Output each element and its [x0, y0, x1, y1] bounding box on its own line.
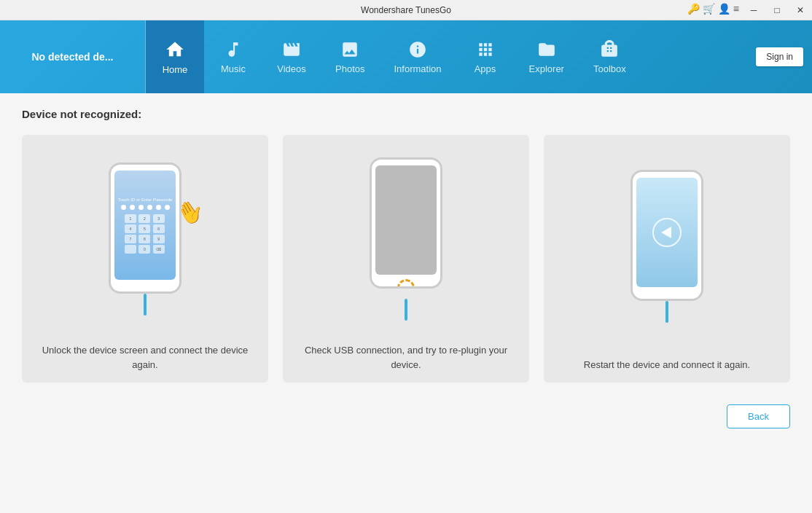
phone-2-body	[370, 157, 442, 289]
key-empty	[125, 245, 136, 254]
key-2: 2	[138, 214, 150, 223]
window-controls: ─ □ ✕	[742, 0, 812, 20]
tab-apps[interactable]: Apps	[456, 20, 515, 93]
toolbar: No detected de... Home Music Videos Phot…	[0, 20, 812, 93]
phone-1-wrap: Touch ID or Enter Passcode 1	[109, 162, 181, 316]
music-icon	[224, 40, 243, 59]
explorer-icon	[537, 40, 556, 59]
phone-2-screen	[375, 165, 437, 275]
close-button[interactable]: ✕	[789, 0, 812, 20]
menu-icon[interactable]: ≡	[733, 3, 739, 15]
step-card-2: Check USB connection, and try to re-plug…	[283, 135, 529, 383]
apps-icon	[476, 40, 495, 59]
tab-music[interactable]: Music	[204, 20, 262, 93]
sign-in-button[interactable]: Sign in	[756, 47, 803, 66]
tab-information-label: Information	[394, 63, 441, 74]
usb-cable-3	[665, 301, 668, 323]
phone-1-screen: Touch ID or Enter Passcode 1	[114, 171, 176, 280]
photos-icon	[340, 40, 359, 59]
tab-home[interactable]: Home	[146, 20, 204, 93]
step-card-3: Restart the device and connect it again.	[544, 135, 790, 383]
step-2-text: Check USB connection, and try to re-plug…	[294, 343, 518, 372]
phone-1-body: Touch ID or Enter Passcode 1	[109, 162, 181, 294]
step-3-text: Restart the device and connect it again.	[584, 358, 750, 372]
step-1-illustration: Touch ID or Enter Passcode 1	[33, 146, 257, 332]
unlock-text: Touch ID or Enter Passcode	[118, 197, 173, 202]
steps-container: Touch ID or Enter Passcode 1	[22, 135, 790, 383]
play-circle	[652, 218, 682, 247]
pin-star-2	[130, 205, 135, 210]
pin-star-4	[147, 205, 152, 210]
key-9: 9	[153, 235, 165, 243]
key-5: 5	[138, 224, 150, 233]
phone-3-screen	[636, 178, 698, 287]
tab-apps-label: Apps	[475, 63, 496, 74]
minimize-button[interactable]: ─	[742, 0, 765, 20]
phone-3-body	[631, 170, 703, 301]
device-label: No detected de...	[0, 20, 146, 93]
key-icon[interactable]: 🔑	[687, 3, 700, 15]
tab-toolbox-label: Toolbox	[593, 63, 626, 74]
tab-explorer[interactable]: Explorer	[515, 20, 579, 93]
main-content: Device not recognized: Touch ID or Enter…	[0, 93, 812, 513]
usb-cable-2	[405, 299, 407, 321]
tab-photos-label: Photos	[335, 63, 364, 74]
info-icon	[408, 40, 427, 59]
toolbox-icon	[600, 40, 619, 59]
key-7: 7	[125, 235, 136, 243]
usb-connector-indicator	[397, 279, 415, 289]
tab-videos-label: Videos	[277, 63, 306, 74]
key-4: 4	[125, 224, 136, 233]
phone-3-wrap	[631, 170, 703, 323]
tab-music-label: Music	[221, 63, 246, 74]
step-3-illustration	[555, 146, 779, 347]
step-card-1: Touch ID or Enter Passcode 1	[22, 135, 268, 383]
play-triangle	[661, 227, 671, 238]
section-title: Device not recognized:	[22, 108, 790, 120]
tab-videos[interactable]: Videos	[262, 20, 321, 93]
usb-cable-1	[144, 294, 147, 316]
step-1-text: Unlock the device screen and connect the…	[33, 343, 257, 372]
key-1: 1	[125, 214, 136, 223]
cart-icon[interactable]: 🛒	[703, 3, 715, 15]
tab-photos[interactable]: Photos	[321, 20, 379, 93]
step-2-illustration	[294, 146, 518, 332]
tab-information[interactable]: Information	[379, 20, 456, 93]
key-8: 8	[138, 235, 150, 243]
toolbar-right: Sign in	[756, 20, 812, 93]
back-section: Back	[22, 404, 790, 428]
tab-toolbox[interactable]: Toolbox	[579, 20, 641, 93]
key-del: ⌫	[153, 245, 165, 254]
title-bar-icons: 🔑 🛒 👤 ≡	[687, 3, 739, 15]
tab-home-label: Home	[163, 64, 188, 75]
keypad-grid: 1 2 3 4 5 6 7 8 9 0 ⌫	[125, 214, 165, 254]
title-bar: Wondershare TunesGo 🔑 🛒 👤 ≡ ─ □ ✕	[0, 0, 812, 20]
app-title: Wondershare TunesGo	[361, 5, 451, 15]
pin-star-5	[156, 205, 161, 210]
back-button[interactable]: Back	[727, 404, 790, 428]
pin-star-1	[121, 205, 126, 210]
phone-2-wrap	[370, 157, 442, 321]
pin-stars	[121, 205, 170, 210]
pin-star-6	[165, 205, 170, 210]
tab-explorer-label: Explorer	[529, 63, 564, 74]
key-0: 0	[138, 245, 150, 254]
key-3: 3	[153, 214, 165, 223]
nav-tabs: Home Music Videos Photos Information App…	[146, 20, 756, 93]
home-icon	[165, 39, 185, 60]
video-icon	[282, 40, 301, 59]
pin-star-3	[138, 205, 144, 210]
key-6: 6	[153, 224, 165, 233]
maximize-button[interactable]: □	[765, 0, 789, 20]
user-icon[interactable]: 👤	[718, 3, 730, 15]
